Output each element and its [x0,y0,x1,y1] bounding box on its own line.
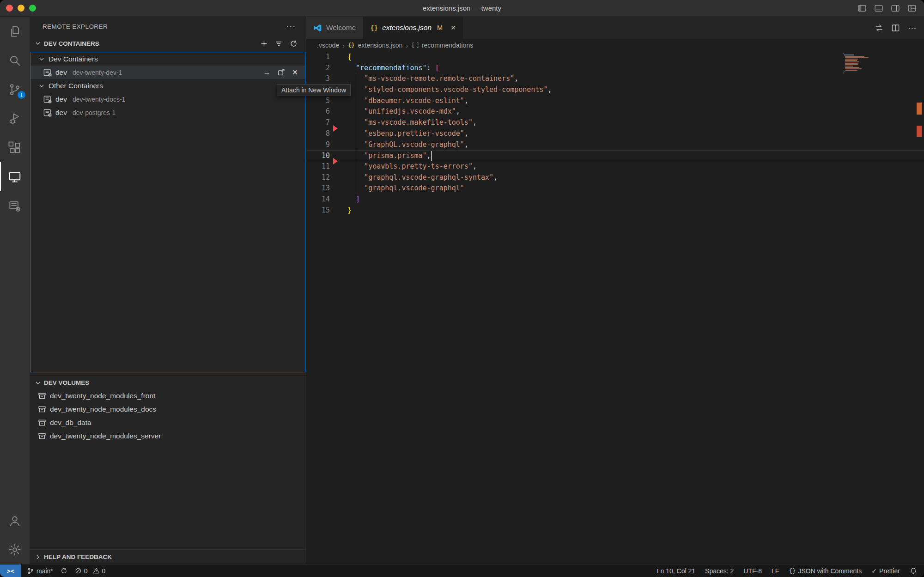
close-tab-icon[interactable]: ✕ [450,24,456,31]
editor-actions: ⋯ [875,17,917,39]
extensions-icon[interactable] [0,133,30,162]
run-debug-icon[interactable] [0,104,30,133]
line-number: 9 [306,140,330,151]
container-description: dev-postgres-1 [73,109,116,116]
tree-group-label: Dev Containers [49,55,98,63]
minimap-line [843,73,844,73]
indentation-item[interactable]: Spaces: 2 [705,567,734,575]
eol-item[interactable]: LF [772,567,779,575]
refresh-icon[interactable] [290,40,298,48]
container-item-dev-twenty-docs-1[interactable]: dev dev-twenty-docs-1 [30,92,305,106]
open-changes-icon[interactable] [875,24,883,32]
code-line-12[interactable]: 12 "graphql.vscode-graphql-syntax", [306,172,924,183]
volume-icon [38,432,46,440]
search-icon[interactable] [0,46,30,75]
breadcrumb-folder[interactable]: .vscode [317,42,339,49]
customize-layout-icon[interactable] [907,4,917,13]
warnings-count: 0 [102,567,106,575]
code-line-11[interactable]: 11 "yoavbls.pretty-ts-errors", [306,161,924,172]
split-editor-icon[interactable] [891,24,900,32]
container-item-dev-postgres-1[interactable]: dev dev-postgres-1 [30,106,305,119]
container-item-dev-twenty-dev-1[interactable]: dev dev-twenty-dev-1 → ✕ [30,66,305,79]
containers-icon[interactable] [0,191,30,220]
tree-group-label: Other Containers [49,82,103,90]
vscode-window: extensions.json — twenty [0,0,924,577]
code-line-2[interactable]: 2 "recommendations": [ [306,63,924,74]
volume-item[interactable]: dev_twenty_node_modules_docs [30,402,306,416]
minimap-line [845,56,865,57]
section-help-and-feedback[interactable]: HELP AND FEEDBACK [30,549,306,564]
formatter-label: Prettier [879,567,900,575]
formatter-item[interactable]: ✓ Prettier [871,567,900,575]
remove-container-icon[interactable]: ✕ [292,68,298,77]
add-icon[interactable] [260,40,268,48]
tab-extensions-json[interactable]: {} extensions.json M ✕ [363,17,463,39]
code-line-14[interactable]: 14 ] [306,194,924,205]
more-actions-icon[interactable]: ⋯ [286,21,296,32]
code-line-4[interactable]: 4 "styled-components.vscode-styled-compo… [306,85,924,96]
git-deleted-marker[interactable] [333,158,338,164]
explorer-icon[interactable] [0,17,30,46]
code-line-6[interactable]: 6 "unifiedjs.vscode-mdx", [306,106,924,117]
language-mode-label: JSON with Comments [798,567,862,575]
attach-current-window-icon[interactable]: → [263,68,271,77]
overview-ruler-mark [917,103,922,115]
minimap-line [843,53,844,54]
code-line-13[interactable]: 13 "graphql.vscode-graphql" [306,183,924,194]
code-line-8[interactable]: 8 "esbenp.prettier-vscode", [306,128,924,140]
code-line-10[interactable]: 10 "prisma.prisma", [306,150,924,161]
volume-item[interactable]: dev_db_data [30,416,306,429]
encoding-item[interactable]: UTF-8 [743,567,762,575]
code-editor[interactable]: 1{2 "recommendations": [3 "ms-vscode-rem… [306,52,924,564]
code-line-9[interactable]: 9 "GraphQL.vscode-graphql", [306,140,924,151]
minimap-line [845,68,862,69]
layout-controls [857,0,917,16]
code-line-5[interactable]: 5 "dbaeumer.vscode-eslint", [306,96,924,107]
problems-item[interactable]: 0 0 [75,567,106,575]
vscode-logo-icon [313,24,322,32]
tree-group-dev-containers[interactable]: Dev Containers [30,52,305,66]
more-actions-icon[interactable]: ⋯ [908,23,917,33]
sync-icon[interactable] [61,567,67,574]
notifications-bell-icon[interactable] [910,567,917,575]
chevron-right-icon [34,553,42,561]
git-deleted-marker[interactable] [333,125,338,132]
source-control-icon[interactable]: 1 [0,75,30,104]
volume-item[interactable]: dev_twenty_node_modules_front [30,389,306,402]
minimap-line [845,59,858,60]
section-dev-containers[interactable]: DEV CONTAINERS [30,36,306,51]
titlebar: extensions.json — twenty [0,0,924,17]
toggle-sidebar-icon[interactable] [857,4,867,13]
code-line-1[interactable]: 1{ [306,52,924,63]
git-branch-item[interactable]: main* [27,567,53,575]
toggle-panel-icon[interactable] [874,4,883,13]
workbench: 1 [0,17,924,564]
tree-group-other-containers[interactable]: Other Containers [30,79,305,92]
cursor-position[interactable]: Ln 10, Col 21 [657,567,695,575]
tooltip-attach-in-new-window: Attach in New Window [277,84,351,96]
json-file-icon: {} [348,42,354,49]
code-line-3[interactable]: 3 "ms-vscode-remote.remote-containers", [306,73,924,85]
tab-welcome[interactable]: Welcome [306,17,363,39]
code-line-15[interactable]: 15} [306,205,924,216]
volume-name: dev_db_data [50,419,91,427]
code-lines: 1{2 "recommendations": [3 "ms-vscode-rem… [306,52,924,216]
chevron-down-icon [38,55,45,63]
breadcrumb-file[interactable]: extensions.json [358,42,403,49]
language-mode-item[interactable]: {} JSON with Comments [789,567,862,575]
breadcrumb-symbol[interactable]: recommendations [422,42,473,49]
volume-item[interactable]: dev_twenty_node_modules_server [30,429,306,443]
filter-icon[interactable] [275,40,283,48]
settings-gear-icon[interactable] [0,535,30,564]
section-dev-volumes[interactable]: DEV VOLUMES [30,375,306,390]
line-number: 2 [306,63,330,74]
chevron-down-icon [38,82,45,90]
remote-explorer-icon[interactable] [0,162,30,191]
code-line-7[interactable]: 7 "ms-vscode.makefile-tools", [306,117,924,128]
tab-bar: Welcome {} extensions.json M ✕ ⋯ [306,17,924,39]
account-icon[interactable] [0,506,30,535]
toggle-secondary-sidebar-icon[interactable] [891,4,900,13]
attach-new-window-icon[interactable] [277,68,285,76]
minimap[interactable] [843,53,871,74]
remote-indicator[interactable]: >< [0,565,21,577]
